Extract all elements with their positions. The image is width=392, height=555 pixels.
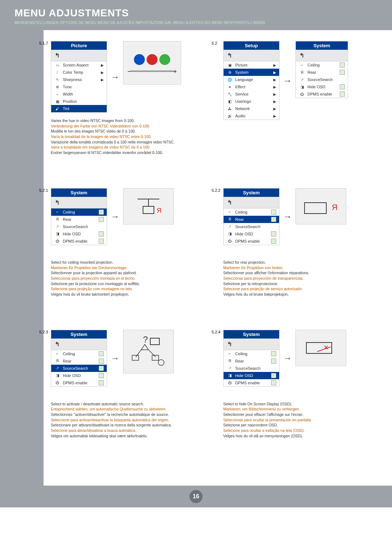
menu-item[interactable]: ⌐Ceiling: [224, 208, 279, 216]
tune-icon: ⚙: [54, 84, 61, 89]
menu-item-label: SourceSearch: [307, 77, 333, 82]
menu-item[interactable]: ◨Hide OSD: [51, 230, 107, 238]
back-arrow-icon: ↰: [227, 341, 232, 347]
menu-item-label: Service: [235, 92, 249, 96]
menu-back[interactable]: ↰: [224, 339, 279, 350]
system-icon: ⚙: [226, 70, 233, 75]
menu-item[interactable]: ⏻DPMS enable: [51, 238, 107, 245]
manual-page: MENU ADJUSTMENTS MENÜEINSTELLUNGEN OPTIO…: [0, 0, 392, 507]
menu-item[interactable]: ⌐Ceiling: [51, 350, 107, 357]
menu-item[interactable]: ◨Hide OSD: [224, 230, 279, 238]
desc-line: Markieren für Projektion bei Deckenmonta…: [51, 265, 212, 271]
menu-item[interactable]: ↗SourceSearch: [224, 223, 279, 230]
menu-back[interactable]: ↰: [51, 197, 107, 208]
menu-item[interactable]: ЯRear✓: [224, 216, 279, 223]
rear-visual: Я: [295, 188, 346, 224]
menu-item[interactable]: ЯRear: [296, 69, 348, 76]
menu-item[interactable]: ⌐Ceiling: [224, 350, 279, 357]
menu-item-label: Language: [235, 77, 253, 82]
menu-item[interactable]: ⌐Ceiling✓: [51, 208, 107, 216]
menu-item[interactable]: ▭Screen Aspect▶: [51, 61, 107, 69]
submenu-arrow-icon: ▶: [101, 63, 104, 67]
menu-item[interactable]: ⚙Tune: [51, 83, 107, 90]
checkbox: [99, 217, 104, 222]
menu-item[interactable]: /Color Temp▶: [51, 69, 107, 76]
menu-item[interactable]: ⏻DPMS enable: [224, 238, 279, 245]
menu-item[interactable]: ↔Width: [51, 90, 107, 98]
menu-item[interactable]: ◨Hide OSD✓: [224, 372, 279, 379]
rear-icon: Я: [54, 217, 61, 222]
menu-item[interactable]: ↗SourceSearch: [51, 223, 107, 230]
menu-item[interactable]: 🖧Network▶: [224, 105, 279, 112]
menu-item[interactable]: ⚙System▶: [224, 69, 279, 76]
desc-line: Entsprechend wählen, um automatische Que…: [51, 406, 212, 412]
menu-item[interactable]: ↗SourceSearch: [296, 76, 348, 83]
checkbox: [99, 358, 104, 364]
desc-line: Markieren, um Bildschirmmenü zu verberge…: [223, 406, 385, 412]
menu-item[interactable]: 🔊Audio▶: [224, 112, 279, 119]
menu-item[interactable]: ЯRear: [51, 357, 107, 365]
menu-item[interactable]: ⏻DPMS enable: [296, 90, 348, 98]
menu-item-label: DPMS enable: [235, 381, 260, 385]
menu-item[interactable]: ◨Hide OSD: [51, 372, 107, 379]
setup-menu-panel: Setup ↰ ▣Picture▶ ⚙System▶ 🌐Language▶ ✦E…: [223, 41, 279, 120]
menu-item[interactable]: ✎Sharpness▶: [51, 76, 107, 83]
language-icon: 🌐: [226, 77, 233, 82]
menu-item[interactable]: ⌐Ceiling: [296, 61, 348, 69]
section-521: 5.2.1 System ↰ ⌐Ceiling✓ ЯRear ↗SourceSe…: [51, 188, 212, 297]
arrow-connector-icon: →: [283, 211, 292, 222]
menu-item[interactable]: 🖌Tint: [51, 105, 107, 112]
menu-item-label: Rear: [235, 359, 244, 363]
checkbox: [340, 70, 345, 75]
menu-item[interactable]: ЯRear: [224, 357, 279, 365]
panel-row: System ↰ ⌐Ceiling✓ ЯRear ↗SourceSearch ◨…: [51, 188, 212, 245]
menu-item-label: Rear: [63, 217, 72, 222]
color-circles: [134, 54, 170, 65]
system-menu-panel: System ↰ ⌐Ceiling ЯRear ↗SourceSearch ◨H…: [223, 330, 279, 387]
page-title: MENU ADJUSTMENTS: [15, 7, 377, 19]
menu-back[interactable]: ↰: [51, 50, 107, 61]
checkbox: [271, 380, 276, 385]
aspect-icon: ▭: [54, 62, 61, 68]
desc-line: Select to activate / deactivate automati…: [51, 401, 212, 407]
menu-item[interactable]: 🔧Service▶: [224, 90, 279, 98]
content-area: 5.1.7 Picture ↰ ▭Screen Aspect▶ /Color T…: [0, 30, 392, 486]
section-517: 5.1.7 Picture ↰ ▭Screen Aspect▶ /Color T…: [51, 41, 212, 155]
menu-item-label: SourceSearch: [63, 366, 88, 370]
slider-bar: −+: [130, 70, 174, 72]
menu-item[interactable]: 🌐Language▶: [224, 76, 279, 83]
menu-title: Setup: [224, 41, 279, 50]
menu-back[interactable]: ↰: [296, 50, 348, 61]
menu-item[interactable]: ⏻DPMS enable: [51, 379, 107, 386]
menu-item[interactable]: ▦Position: [51, 98, 107, 105]
section-number: 5.2.2: [212, 188, 220, 193]
menu-item-label: Network: [235, 106, 250, 111]
checkbox: [271, 210, 276, 215]
menu-item[interactable]: ↗SourceSearch✓: [51, 365, 107, 372]
checkbox: [271, 231, 276, 236]
menu-item[interactable]: ▣Picture▶: [224, 61, 279, 69]
source-search-icon: ?: [130, 335, 167, 368]
menu-item[interactable]: ◧Userlogo▶: [224, 98, 279, 105]
footer-band: 16: [0, 486, 392, 507]
search-icon: ↗: [299, 77, 305, 82]
desc-line: Seleccione para activar/desactivar la bú…: [51, 417, 212, 423]
menu-item-label: Tune: [63, 85, 72, 89]
menu-back[interactable]: ↰: [224, 50, 279, 61]
desc-line: Selezionare per attivare/disattivare la …: [51, 422, 212, 428]
menu-back[interactable]: ↰: [224, 197, 279, 208]
menu-item[interactable]: ◨Hide OSD: [296, 83, 348, 90]
menu-item[interactable]: ⏻DPMS enable: [224, 379, 279, 386]
effect-icon: ✦: [226, 84, 233, 89]
menu-item-label: Ceiling: [307, 63, 320, 67]
desc-line: Select for ceiling mounted projection.: [51, 260, 212, 265]
desc-line: Varies the hue in video NTSC images from…: [51, 118, 212, 123]
menu-back[interactable]: ↰: [51, 339, 107, 350]
desc-line: Seleccionar para proyección montada en e…: [51, 276, 212, 281]
menu-item[interactable]: ↗SourceSearch: [224, 365, 279, 372]
tint-visual: −+: [123, 41, 181, 85]
menu-item[interactable]: ЯRear: [51, 216, 107, 223]
menu-item[interactable]: ✦Effect▶: [224, 83, 279, 90]
sharpness-icon: ✎: [54, 77, 61, 82]
menu-item-label: Sharpness: [63, 77, 82, 82]
